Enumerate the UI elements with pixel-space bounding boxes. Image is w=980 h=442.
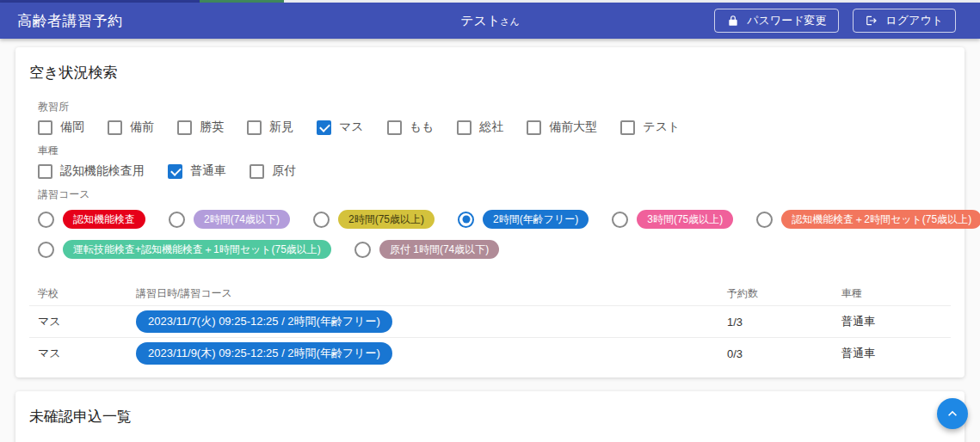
- school-checkbox-5[interactable]: マス: [317, 120, 364, 135]
- school-checkbox-1[interactable]: 備岡: [38, 120, 84, 135]
- availability-table-header: 学校 講習日時/講習コース 予約数 車種: [29, 281, 951, 305]
- availability-search-card: 空き状況検索 教習所 備岡 備前 勝英 新見 マス もも 総社 備前大型 テスト…: [15, 47, 965, 378]
- column-header-school: 学校: [38, 286, 136, 301]
- availability-row-1[interactable]: マス 2023/11/7(火) 09:25-12:25 / 2時間(年齢フリー)…: [29, 305, 951, 337]
- course-radio-6[interactable]: 認知機能検査＋2時間セット(75歳以上): [756, 210, 980, 229]
- logout-button[interactable]: ログアウト: [853, 9, 956, 33]
- column-header-vehicle: 車種: [841, 286, 951, 301]
- availability-table: 学校 講習日時/講習コース 予約数 車種 マス 2023/11/7(火) 09:…: [29, 281, 951, 369]
- checkbox-label: テスト: [643, 120, 680, 135]
- radio-button[interactable]: [458, 212, 474, 228]
- checkbox-box[interactable]: [457, 120, 472, 135]
- course-chip: 原付 1時間(74歳以下): [379, 240, 499, 259]
- course-radio-row-1: 認知機能検査 2時間(74歳以下) 2時間(75歳以上) 2時間(年齢フリー) …: [38, 210, 951, 229]
- course-field-label: 講習コース: [38, 187, 951, 202]
- chevron-up-icon: [944, 405, 961, 422]
- search-form: 教習所 備岡 備前 勝英 新見 マス もも 総社 備前大型 テスト 車種 認知機…: [29, 100, 951, 259]
- school-checkbox-6[interactable]: もも: [387, 120, 435, 135]
- availability-row-2[interactable]: マス 2023/11/9(木) 09:25-12:25 / 2時間(年齢フリー)…: [29, 337, 951, 369]
- vehicle-checkbox-3[interactable]: 原付: [250, 163, 296, 179]
- school-checkbox-3[interactable]: 勝英: [177, 120, 224, 135]
- radio-button[interactable]: [612, 212, 628, 228]
- user-name-suffix: さん: [500, 16, 520, 27]
- school-checkbox-4[interactable]: 新見: [247, 120, 293, 135]
- count-cell: 0/3: [727, 347, 841, 360]
- availability-search-title: 空き状況検索: [29, 63, 951, 83]
- course-radio-8[interactable]: 運転技能検査+認知機能検査＋1時間セット(75歳以上): [38, 240, 331, 259]
- course-chip: 認知機能検査: [63, 210, 145, 229]
- count-cell: 1/3: [727, 316, 841, 328]
- course-radio-5[interactable]: 3時間(75歳以上): [612, 210, 733, 229]
- checkbox-box[interactable]: [620, 120, 635, 135]
- school-checkbox-row: 備岡 備前 勝英 新見 マス もも 総社 備前大型 テスト: [38, 120, 951, 135]
- school-cell: マス: [38, 314, 136, 329]
- school-checkbox-9[interactable]: テスト: [620, 120, 680, 135]
- course-chip: 2時間(74歳以下): [194, 210, 290, 229]
- checkbox-label: 備岡: [60, 120, 84, 135]
- checkbox-label: もも: [410, 120, 435, 135]
- course-chip: 運転技能検査+認知機能検査＋1時間セット(75歳以上): [63, 240, 331, 259]
- radio-button[interactable]: [38, 212, 54, 228]
- main-content: 空き状況検索 教習所 備岡 備前 勝英 新見 マス もも 総社 備前大型 テスト…: [0, 39, 980, 442]
- course-radio-row-2: 運転技能検査+認知機能検査＋1時間セット(75歳以上) 原付 1時間(74歳以下…: [38, 240, 951, 259]
- vehicle-checkbox-2[interactable]: 普通車: [168, 163, 226, 179]
- radio-button[interactable]: [38, 242, 54, 258]
- course-radio-1[interactable]: 認知機能検査: [38, 210, 145, 229]
- lock-icon: [727, 15, 739, 27]
- checkbox-label: 総社: [479, 120, 503, 135]
- user-name: テストさん: [460, 13, 520, 29]
- checkbox-label: 普通車: [190, 163, 226, 179]
- checkbox-box[interactable]: [527, 120, 541, 135]
- course-radio-9[interactable]: 原付 1時間(74歳以下): [354, 240, 499, 259]
- radio-button[interactable]: [354, 242, 371, 258]
- checkbox-box[interactable]: [108, 120, 122, 135]
- column-header-count: 予約数: [727, 286, 841, 301]
- app-header: 高齢者講習予約 テストさん パスワード変更 ログアウト: [0, 3, 980, 39]
- checkbox-label: 原付: [272, 163, 296, 179]
- password-change-button[interactable]: パスワード変更: [714, 9, 839, 33]
- checkbox-box[interactable]: [177, 120, 192, 135]
- checkbox-box[interactable]: [250, 164, 264, 179]
- course-chip: 2時間(年齢フリー): [483, 210, 589, 229]
- screen: 高齢者講習予約 テストさん パスワード変更 ログアウト 空き状況検索: [0, 0, 980, 442]
- vehicle-checkbox-1[interactable]: 認知機能検査用: [38, 163, 145, 179]
- course-chip: 3時間(75歳以上): [637, 210, 733, 229]
- app-title: 高齢者講習予約: [17, 11, 123, 31]
- checkbox-box[interactable]: [38, 164, 52, 179]
- vehicle-checkbox-row: 認知機能検査用 普通車 原付: [38, 163, 951, 179]
- vehicle-cell: 普通車: [841, 346, 951, 361]
- logout-label: ログアウト: [885, 13, 943, 28]
- school-checkbox-2[interactable]: 備前: [108, 120, 154, 135]
- slot-chip: 2023/11/9(木) 09:25-12:25 / 2時間(年齢フリー): [136, 342, 392, 365]
- school-field-label: 教習所: [38, 100, 951, 114]
- pending-applications-title: 未確認申込一覧: [29, 407, 951, 427]
- password-change-label: パスワード変更: [747, 13, 826, 28]
- checkbox-box[interactable]: [387, 120, 402, 135]
- course-radio-2[interactable]: 2時間(74歳以下): [169, 210, 290, 229]
- vehicle-cell: 普通車: [841, 314, 951, 329]
- checkbox-label: 備前大型: [549, 120, 597, 135]
- slot-chip: 2023/11/7(火) 09:25-12:25 / 2時間(年齢フリー): [136, 310, 392, 333]
- course-radio-3[interactable]: 2時間(75歳以上): [313, 210, 435, 229]
- checkbox-label: マス: [339, 120, 364, 135]
- header-actions: パスワード変更 ログアウト: [714, 9, 956, 33]
- course-radio-4[interactable]: 2時間(年齢フリー): [458, 210, 589, 229]
- radio-button[interactable]: [313, 212, 330, 228]
- checkbox-label: 備前: [130, 120, 154, 135]
- checkbox-box[interactable]: [317, 120, 331, 135]
- checkbox-box[interactable]: [38, 120, 52, 135]
- radio-button[interactable]: [756, 212, 773, 228]
- radio-button[interactable]: [169, 212, 185, 228]
- column-header-slot: 講習日時/講習コース: [136, 286, 727, 301]
- checkbox-label: 勝英: [200, 120, 224, 135]
- checkbox-box[interactable]: [168, 164, 182, 179]
- school-checkbox-7[interactable]: 総社: [457, 120, 503, 135]
- scroll-to-top-fab[interactable]: [937, 398, 968, 429]
- course-chip: 2時間(75歳以上): [338, 210, 435, 229]
- school-checkbox-8[interactable]: 備前大型: [527, 120, 597, 135]
- school-cell: マス: [38, 346, 136, 361]
- checkbox-label: 新見: [269, 120, 293, 135]
- checkbox-box[interactable]: [247, 120, 262, 135]
- pending-applications-card: 未確認申込一覧 最終変更日時 氏名 免許番号 学校 受講日時 車種 対応状況: [15, 391, 965, 442]
- logout-icon: [866, 15, 878, 27]
